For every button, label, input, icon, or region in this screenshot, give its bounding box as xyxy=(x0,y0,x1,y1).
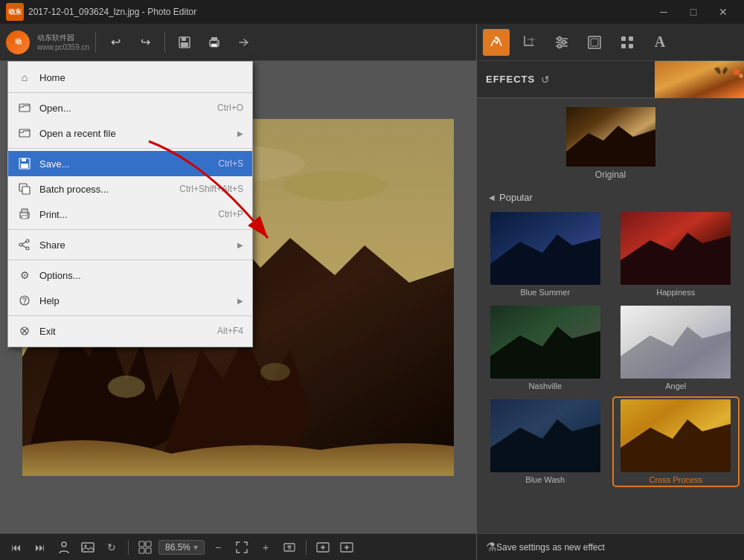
effect-angel[interactable]: Angel xyxy=(614,304,739,392)
zoom-fit-button[interactable] xyxy=(231,537,252,558)
menu-item-exit[interactable]: Exit Alt+F4 xyxy=(8,318,252,344)
effect-angel-thumb xyxy=(620,306,731,379)
crop-tab-button[interactable] xyxy=(516,29,542,56)
svg-point-6 xyxy=(217,42,218,43)
effects-grid: Blue Summer xyxy=(483,210,738,486)
svg-rect-15 xyxy=(591,39,598,46)
svg-rect-5 xyxy=(211,44,217,47)
menu-item-print[interactable]: Print... Ctrl+P xyxy=(8,202,252,227)
svg-point-39 xyxy=(85,544,87,547)
print-menu-icon xyxy=(17,207,32,222)
original-thumb[interactable] xyxy=(566,107,655,167)
menu-item-options-label: Options... xyxy=(39,270,243,281)
menu-item-exit-label: Exit xyxy=(39,326,210,337)
menu-item-open-recent[interactable]: Open a recent file ▶ xyxy=(8,120,252,146)
effects-reset-button[interactable]: ↺ xyxy=(541,74,550,86)
menu-item-home[interactable]: ⌂ Home xyxy=(8,65,252,90)
menu-item-batch[interactable]: Batch process... Ctrl+Shift+Alt+S xyxy=(8,176,252,202)
svg-rect-41 xyxy=(146,541,151,547)
menu-item-options[interactable]: ⚙ Options... xyxy=(8,263,252,288)
frame-tab-button[interactable] xyxy=(581,29,608,56)
adjust-tab-button[interactable] xyxy=(548,29,575,56)
effects-tab-button[interactable] xyxy=(483,29,510,56)
right-toolbar: A xyxy=(476,24,744,61)
undo-button[interactable]: ↩ xyxy=(102,29,129,56)
open-recent-arrow: ▶ xyxy=(237,129,243,138)
print-button[interactable] xyxy=(201,29,228,56)
zoom-dropdown-icon[interactable]: ▾ xyxy=(193,542,198,553)
svg-point-7 xyxy=(495,36,498,39)
svg-rect-2 xyxy=(181,42,188,47)
svg-point-64 xyxy=(24,303,25,304)
text-tab-button[interactable]: A xyxy=(647,29,673,56)
svg-rect-17 xyxy=(629,36,633,41)
popular-section-header[interactable]: ◀ Popular xyxy=(483,189,738,206)
svg-point-11 xyxy=(558,36,562,40)
zoom-100-button[interactable] xyxy=(279,537,300,558)
home-icon: ⌂ xyxy=(17,70,32,85)
zoom-out-button[interactable]: − xyxy=(208,537,228,558)
effect-happiness[interactable]: Happiness xyxy=(614,210,739,298)
svg-rect-55 xyxy=(22,209,28,213)
menu-item-open[interactable]: Open... Ctrl+O xyxy=(8,95,252,120)
popular-section-title: Popular xyxy=(499,192,533,203)
maximize-button[interactable]: □ xyxy=(679,0,708,24)
zoom-display: 86.5% ▾ xyxy=(158,540,205,555)
effect-cross-process[interactable]: Cross Process xyxy=(614,398,739,486)
effect-nashville-thumb xyxy=(490,306,600,379)
close-button[interactable]: ✕ xyxy=(708,0,738,24)
effect-angel-label: Angel xyxy=(665,382,686,390)
save-effect-label[interactable]: Save settings as new effect xyxy=(496,542,605,553)
menu-item-print-label: Print... xyxy=(39,209,211,220)
grid-view-button[interactable] xyxy=(135,537,155,558)
effects-header-text: EFFECTS xyxy=(486,74,535,85)
status-sep-2 xyxy=(306,540,307,555)
effect-blue-wash[interactable]: Blue Wash xyxy=(483,398,608,486)
status-sep-1 xyxy=(128,540,129,555)
svg-point-28 xyxy=(734,69,740,75)
import-button[interactable] xyxy=(336,537,357,558)
zoom-in-button[interactable]: + xyxy=(255,537,276,558)
image-button[interactable] xyxy=(77,537,98,558)
help-icon xyxy=(17,293,32,308)
rotate-button[interactable]: ↻ xyxy=(101,537,122,558)
app-logo: 动东 xyxy=(6,3,24,21)
file-menu-dropdown[interactable]: ⌂ Home Open... Ctrl+O Open a recent file… xyxy=(7,61,253,347)
share-button[interactable] xyxy=(231,29,257,56)
menu-item-save[interactable]: Save... Ctrl+S xyxy=(8,151,252,176)
effect-nashville[interactable]: Nashville xyxy=(483,304,608,392)
export-button[interactable] xyxy=(312,537,333,558)
effect-cross-process-thumb xyxy=(620,399,731,472)
exit-icon xyxy=(17,324,32,338)
menu-item-open-recent-label: Open a recent file xyxy=(39,128,230,139)
open-recent-icon xyxy=(17,126,32,141)
menu-item-help[interactable]: Help ▶ xyxy=(8,288,252,313)
redo-button[interactable]: ↪ xyxy=(132,29,158,56)
svg-rect-56 xyxy=(22,216,28,219)
app-watermark-logo: 动 xyxy=(6,30,30,54)
effects-list[interactable]: Original ◀ Popular xyxy=(477,98,744,533)
svg-point-37 xyxy=(62,542,66,547)
title-bar-left: 动东 2017-12-01_093624_lzn.jpg - Photo Edi… xyxy=(6,3,196,21)
svg-rect-43 xyxy=(146,548,151,553)
svg-rect-4 xyxy=(211,37,217,41)
prev-frame-button[interactable]: ⏮ xyxy=(6,537,27,558)
minimize-button[interactable]: ─ xyxy=(649,0,679,24)
effect-happiness-thumb xyxy=(620,212,731,285)
effect-blue-summer-label: Blue Summer xyxy=(520,288,570,297)
svg-line-62 xyxy=(22,245,26,248)
effect-blue-summer[interactable]: Blue Summer xyxy=(483,210,608,298)
share-icon xyxy=(17,237,32,252)
svg-rect-27 xyxy=(655,61,744,98)
batch-icon xyxy=(17,181,32,196)
toolbar-sep-1 xyxy=(95,32,96,53)
toolbar-sep-2 xyxy=(164,32,165,53)
status-bar-left: ⏮ ⏭ ↻ 86.5% ▾ xyxy=(0,533,476,560)
next-frame-button[interactable]: ⏭ xyxy=(30,537,51,558)
help-arrow: ▶ xyxy=(237,297,243,305)
effects-preview-thumbnail xyxy=(655,61,744,98)
menu-item-share[interactable]: Share ▶ xyxy=(8,232,252,257)
grid-tab-button[interactable] xyxy=(614,29,641,56)
person-button[interactable] xyxy=(54,537,74,558)
save-button[interactable] xyxy=(171,29,198,56)
